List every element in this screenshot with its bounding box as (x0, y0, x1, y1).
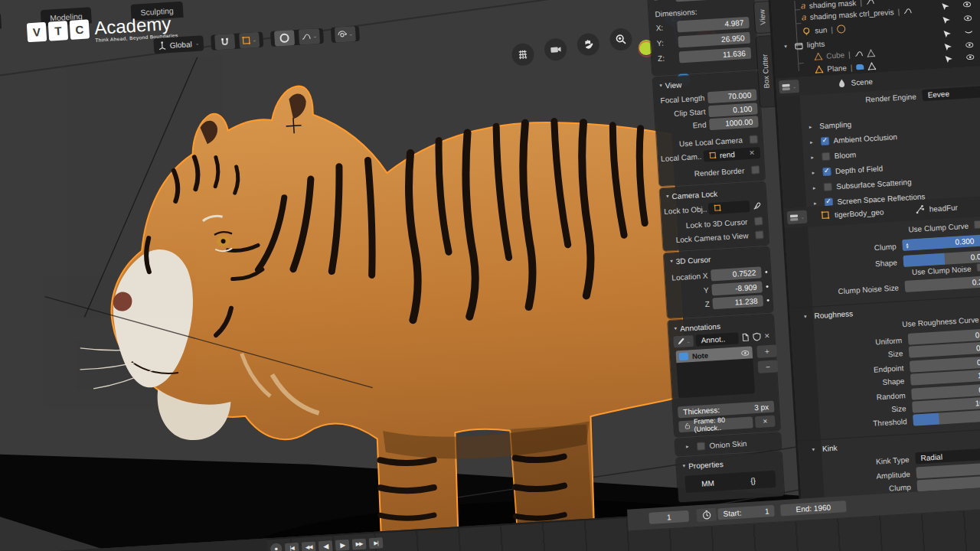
eye-icon[interactable] (740, 348, 750, 357)
rough-random-label: Random (810, 391, 905, 406)
orbit-button[interactable]: ⌄ (334, 26, 355, 43)
layer-color-swatch[interactable] (679, 352, 689, 360)
remove-layer-button[interactable]: − (757, 360, 778, 373)
rotated-canvas: Texture full Modeling Sculpting V T C Ac… (0, 0, 980, 551)
dim-z-label: Z: (658, 53, 680, 63)
braces-button[interactable]: {} (730, 474, 776, 486)
frame-unlock-button[interactable]: ✕ (755, 415, 776, 428)
snap-magnet-button[interactable] (214, 34, 235, 51)
anim-dot-icon[interactable] (765, 270, 767, 272)
proportional-edit-button[interactable] (274, 30, 295, 47)
shield-icon[interactable] (753, 331, 763, 341)
breadcrumb: tigerBody_geo (821, 207, 884, 220)
editor-type-button[interactable]: ⌄ (779, 80, 799, 94)
tiger-model[interactable] (23, 28, 697, 551)
outliner-row-sun[interactable]: sun | (802, 23, 846, 37)
cursor-z-field[interactable]: 11.238 (712, 295, 763, 309)
jump-to-start-button[interactable]: |◀ (285, 542, 299, 551)
local-camera-field[interactable]: rend ✕ (704, 147, 761, 161)
font-object-icon: a (801, 12, 806, 22)
annotation-layers-list[interactable]: Note (675, 346, 755, 398)
section-ambient-occlusion[interactable]: ▸Ambient Occlusion (810, 132, 897, 146)
annotation-layer-row[interactable]: Note (675, 346, 753, 363)
kink-header[interactable]: ▾Kink (812, 444, 838, 454)
annotation-pencil-button[interactable]: ⌄ (673, 334, 694, 347)
eyedropper-icon[interactable] (753, 201, 763, 210)
sss-checkbox[interactable] (823, 183, 832, 192)
anim-dot-icon[interactable] (767, 298, 769, 301)
editor-type-button[interactable]: ⌄ (787, 210, 808, 225)
dim-z-field[interactable]: 11.636 (679, 47, 752, 63)
dim-y-field[interactable]: 26.950 (678, 31, 750, 47)
auto-keying-button[interactable] (696, 508, 717, 523)
close-icon[interactable]: ✕ (764, 332, 770, 340)
add-layer-button[interactable]: ＋ (756, 344, 777, 358)
play-reverse-button[interactable]: ◀ (318, 540, 333, 551)
editor-type-icon (782, 82, 792, 92)
view-panel: ▾View Focal Length70.000 Clip Start0.100… (653, 71, 765, 186)
clip-end-label: End (658, 120, 707, 132)
section-depth-of-field[interactable]: ▸Depth of Field (812, 164, 883, 177)
ao-checkbox[interactable] (820, 137, 829, 146)
clip-start-label: Clip Start (658, 107, 706, 119)
disclosure-open-icon[interactable]: ▾ (659, 83, 662, 89)
clip-end-field[interactable]: 1000.00 (709, 116, 759, 130)
focal-length-label: Focal Length (657, 93, 705, 105)
bloom-checkbox[interactable] (822, 152, 831, 161)
outliner-toggles[interactable] (937, 0, 980, 65)
kink-type-dropdown[interactable]: Radial (915, 445, 980, 464)
render-border-checkbox[interactable] (751, 165, 760, 174)
use-clump-curve-checkbox[interactable] (974, 220, 980, 230)
curve-icon (854, 50, 863, 59)
section-subsurface-scattering[interactable]: ▸Subsurface Scattering (812, 178, 911, 192)
dof-checkbox[interactable] (822, 168, 831, 177)
properties-title: Properties (688, 459, 724, 470)
section-bloom[interactable]: ▸Bloom (811, 151, 856, 162)
onion-skin-checkbox[interactable] (696, 442, 705, 451)
object-icon (714, 204, 722, 212)
kink-amplitude-field[interactable]: 1.000 (916, 461, 980, 478)
play-button[interactable]: ▶ (335, 539, 350, 550)
use-local-camera-checkbox[interactable] (749, 135, 758, 144)
breadcrumb-system[interactable]: headFur (915, 203, 958, 214)
snap-target-button[interactable]: ⌄ (239, 32, 260, 49)
clump-noise-size-field[interactable]: 0.250 (904, 276, 980, 292)
page-icon[interactable] (741, 332, 751, 342)
lock-to-3d-cursor-checkbox[interactable] (754, 217, 763, 226)
dim-x-field[interactable]: 4.987 (677, 16, 750, 32)
anim-dot-icon[interactable] (766, 285, 768, 287)
next-keyframe-button[interactable]: ▶▶ (352, 538, 367, 549)
lock-camera-to-view-label: Lock Camera to View (665, 231, 748, 245)
cursor-x-field[interactable]: 0.7522 (710, 266, 762, 281)
lock-to-object-field[interactable] (708, 201, 750, 214)
clump-slider[interactable]: ▲▼ 0.300 (902, 234, 980, 251)
orientation-dropdown[interactable]: Global ⌄ (153, 35, 204, 54)
breadcrumb-scene[interactable]: Scene (851, 77, 873, 87)
focal-length-field[interactable]: 70.000 (707, 89, 757, 103)
disclosure-closed-icon[interactable]: ▸ (686, 444, 689, 450)
use-clump-noise-checkbox[interactable] (976, 263, 980, 272)
section-sampling[interactable]: ▸Sampling (809, 120, 852, 131)
jump-to-end-button[interactable]: ▶| (369, 537, 384, 549)
outliner: a shading mask | a shading mask ctrl_pre… (767, 0, 980, 79)
collection-expand-icon[interactable]: ▾ (784, 43, 787, 49)
properties-subpanel: ▾Properties MM {} (676, 452, 784, 502)
annotation-name-field[interactable]: Annot.. (695, 332, 739, 346)
curve-icon (903, 7, 913, 16)
kink-type-label: Kink Type (815, 455, 910, 470)
frame-lock-field[interactable]: Frame: 80 (Unlock.. (678, 416, 753, 432)
cursor-y-field[interactable]: -8.909 (711, 281, 763, 295)
falloff-curve-button[interactable]: ⌄ (299, 28, 320, 45)
record-button[interactable]: ● (270, 543, 283, 551)
sidebar-tab-view[interactable]: View (754, 2, 770, 33)
scale-z-field[interactable]: 1.000 (675, 0, 748, 2)
snap-increment-icon (241, 36, 251, 46)
lock-camera-to-view-checkbox[interactable] (755, 230, 764, 240)
breadcrumb-object[interactable]: tigerBody_geo (835, 207, 884, 219)
current-frame-field[interactable]: 1 (648, 510, 689, 524)
clump-label: Clump (802, 243, 897, 257)
prev-keyframe-button[interactable]: ◀◀ (302, 541, 316, 551)
hand-icon (582, 38, 594, 51)
clear-icon[interactable]: ✕ (749, 149, 755, 157)
mm-button[interactable]: MM (685, 478, 731, 489)
